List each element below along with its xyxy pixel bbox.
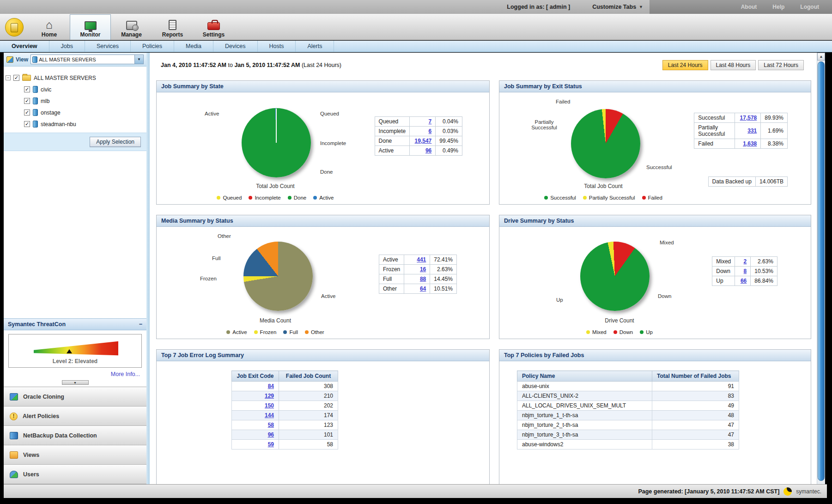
page-generated-label: Page generated: [January 5, 2010 11:47:5… [638,488,779,495]
count-link[interactable]: 2 [744,258,747,265]
sidebar-item-netbackup-data-collection[interactable]: NetBackup Data Collection [4,426,146,445]
app-logo-button[interactable] [0,15,29,40]
date-range-label: Jan 4, 2010 11:47:52 AM to Jan 5, 2010 1… [161,62,341,68]
tree-expander-icon[interactable]: − [6,75,11,80]
root-checkbox[interactable]: ✓ [13,75,19,81]
server-checkbox[interactable]: ✓ [24,86,30,92]
subtab-overview[interactable]: Overview [0,41,49,52]
subtab-hosts[interactable]: Hosts [258,41,296,52]
sidebar-item-users[interactable]: Users [4,465,146,484]
job-state-summary-table: Queued70.04% Incomplete60.03% Done19,547… [375,116,462,156]
tab-reports[interactable]: Reports [152,16,193,40]
count-link[interactable]: 66 [741,278,747,284]
tree-item-civic[interactable]: ✓ civic [24,84,144,95]
sidebar-item-oracle-cloning[interactable]: Oracle Cloning [4,387,146,407]
count-link[interactable]: 17,578 [740,115,757,121]
sidebar-item-views[interactable]: Views [4,445,146,465]
tab-home[interactable]: ⌂ Home [29,16,70,40]
table-row: Mixed22.63% [712,257,777,267]
exit-code-link[interactable]: 129 [265,393,274,399]
master-server-dropdown[interactable]: ALL MASTER SERVERS ▼ [30,55,144,64]
tree-item-mlb[interactable]: ✓ mlb [24,95,144,107]
panel-media-summary-by-status: Media Summary by Status Other Full Froze… [156,215,490,339]
help-link[interactable]: Help [772,4,784,10]
tree-item-onstage[interactable]: ✓ onstage [24,107,144,118]
server-checkbox[interactable]: ✓ [24,98,30,104]
subtab-devices[interactable]: Devices [213,41,257,52]
chart-caption: Drive Count [543,317,696,324]
count-link[interactable]: 19,547 [415,138,432,144]
sidebar-item-alert-policies[interactable]: ! Alert Policies [4,407,146,426]
server-checkbox[interactable]: ✓ [24,109,30,115]
footer-bar: Page generated: [January 5, 2010 11:47:5… [4,484,827,498]
scroll-up-icon[interactable]: ▲ [817,53,825,61]
chart-legend: Mixed Down Up [543,329,696,335]
count-link[interactable]: 331 [747,128,757,134]
last-48-hours-button[interactable]: Last 48 Hours [711,60,756,70]
tree-item-steadman-nbu[interactable]: ✓ steadman-nbu [24,118,144,130]
subtab-policies[interactable]: Policies [131,41,174,52]
exit-code-link[interactable]: 59 [268,441,274,448]
exit-code-link[interactable]: 150 [265,402,274,409]
logout-link[interactable]: Logout [800,4,819,10]
count-link[interactable]: 64 [420,285,426,292]
scrollbar-thumb[interactable] [818,61,825,481]
table-row: abuse-unix91 [517,382,739,391]
panel-title: Top 7 Job Error Log Summary [157,350,489,361]
about-link[interactable]: About [741,4,757,10]
time-range-buttons: Last 24 Hours Last 48 Hours Last 72 Hour… [662,60,804,70]
tree-root-row[interactable]: − ✓ ALL MASTER SERVERS [6,72,144,84]
table-row: Other6410.51% [379,284,456,294]
sidebar-splitter[interactable] [146,53,150,484]
exit-code-link[interactable]: 96 [268,431,274,438]
minimize-icon[interactable]: − [139,321,142,328]
table-row: Done19,54799.45% [375,136,462,146]
views-icon [10,451,18,459]
tab-monitor[interactable]: Monitor [70,14,111,40]
panel-drive-summary-by-status: Drive Summary by Status Mixed Down Up Dr… [499,215,811,339]
table-row: Incomplete60.03% [375,127,462,136]
count-link[interactable]: 96 [425,147,431,154]
exit-code-link[interactable]: 58 [268,422,274,428]
collapse-handle[interactable]: ▼ [62,380,89,385]
table-row: 144174 [232,411,338,420]
chart-caption: Total Job Count [199,183,352,189]
panel-title: Drive Summary by Status [499,215,811,227]
count-link[interactable]: 16 [420,266,426,273]
tab-manage[interactable]: Manage [111,16,152,40]
more-info-link[interactable]: More Info... [4,368,146,379]
subtab-jobs[interactable]: Jobs [49,41,85,52]
last-24-hours-button[interactable]: Last 24 Hours [662,60,708,70]
panel-job-summary-by-state: Job Summary by State Active Queued Incom… [156,80,490,205]
subtab-media[interactable]: Media [174,41,213,52]
server-checkbox[interactable]: ✓ [24,121,30,127]
chart-legend: Successful Partially Successful Failed [527,195,680,200]
vertical-scrollbar[interactable]: ▲ [817,53,825,484]
exit-code-link[interactable]: 84 [268,383,274,389]
count-link[interactable]: 1,638 [743,140,757,147]
customize-tabs-button[interactable]: Customize Tabs ▼ [592,4,643,10]
subtab-alerts[interactable]: Alerts [296,41,334,52]
home-icon: ⌂ [46,19,53,30]
apply-selection-button[interactable]: Apply Selection [90,137,141,147]
drive-pie-chart [580,242,650,311]
server-label: mlb [41,98,49,104]
view-icon [6,56,13,63]
column-header: Job Exit Code [232,371,279,382]
table-row: Active44172.41% [379,255,456,265]
table-row: nbjm_torture_3_t-th-sa47 [517,430,739,440]
count-link[interactable]: 8 [744,268,747,274]
dropdown-arrow-button[interactable]: ▼ [134,55,143,64]
count-link[interactable]: 6 [429,128,432,134]
count-link[interactable]: 441 [417,256,426,263]
count-link[interactable]: 7 [429,118,432,125]
server-label: civic [41,86,51,93]
folder-icon [22,75,31,81]
subtab-services[interactable]: Services [85,41,131,52]
exit-code-link[interactable]: 144 [265,412,274,419]
table-row: Successful17,57889.93% [694,113,788,123]
count-link[interactable]: 88 [420,276,426,282]
threatcon-header: Symantec ThreatCon − [4,318,146,330]
last-72-hours-button[interactable]: Last 72 Hours [758,60,804,70]
tab-settings[interactable]: Settings [193,16,234,40]
